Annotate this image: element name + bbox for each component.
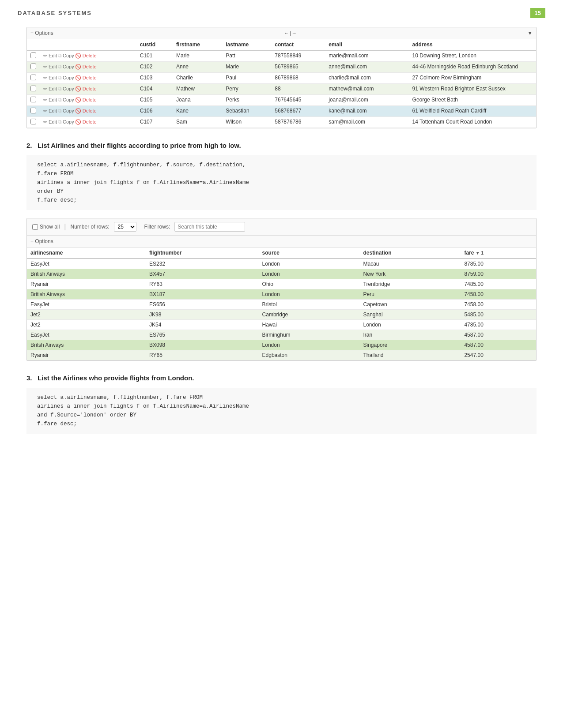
cell-airlinesname: Ryanair [27,279,146,289]
cell-firstname: Marie [173,50,222,62]
cell-fare: 4587.00 [461,330,536,340]
cell-fare: 2547.00 [461,350,536,360]
cell-address: 91 Western Road Brighton East Sussex [409,84,536,95]
airlines-table-row: British Airways BX187 London Peru 7458.0… [27,289,536,300]
show-all-checkbox[interactable] [32,224,38,230]
cell-firstname: Mathew [173,84,222,95]
row-checkbox[interactable] [30,97,36,102]
customer-table-row: ✏ Edit ⧉Copy 🚫 Delete C107 Sam Wilson 58… [27,117,536,128]
customer-table-row: ✏ Edit ⧉Copy 🚫 Delete C104 Mathew Perry … [27,84,536,95]
search-input[interactable] [174,222,245,232]
airlines-table-row: Ryanair RY63 Ohio Trentbridge 7485.00 [27,279,536,289]
row-actions-cell: ✏ Edit ⧉Copy 🚫 Delete [40,50,136,62]
cell-source: Edgbaston [259,350,360,360]
cell-source: London [259,340,360,350]
airlines-table-toolbar: + Options [27,236,536,248]
cell-flightnumber: RY63 [146,279,259,289]
airlines-table-header: airlinesname flightnumber source destina… [27,248,536,259]
customer-table-row: ✏ Edit ⧉Copy 🚫 Delete C103 Charlie Paul … [27,73,536,84]
cell-destination: Thailand [360,350,461,360]
delete-button[interactable]: 🚫 Delete [75,97,97,103]
copy-button[interactable]: Copy [63,119,74,124]
airlines-table-row: EasyJet ES765 Birminghum Iran 4587.00 [27,330,536,340]
row-actions-cell: ✏ Edit ⧉Copy 🚫 Delete [40,62,136,73]
cell-contact: 86789868 [271,73,325,84]
row-checkbox[interactable] [30,53,36,58]
delete-button[interactable]: 🚫 Delete [75,64,97,70]
row-checkbox[interactable] [30,75,36,80]
arrow-right-icon[interactable]: → [292,30,297,36]
airlines-table-row: EasyJet ES232 London Macau 8785.00 [27,259,536,269]
col-email: email [325,39,408,50]
edit-button[interactable]: ✏ Edit [43,108,57,114]
cell-custid: C104 [136,84,173,95]
cell-destination: Iran [360,330,461,340]
col-firstname: firstname [173,39,222,50]
row-checkbox[interactable] [30,108,36,113]
row-checkbox[interactable] [30,64,36,69]
show-all-label: Show all [40,224,60,230]
cell-custid: C101 [136,50,173,62]
nav-arrows: ← | → [284,30,297,36]
cell-flightnumber: JK54 [146,320,259,330]
cell-destination: Trentbridge [360,279,461,289]
cell-fare: 5485.00 [461,310,536,320]
delete-button[interactable]: 🚫 Delete [75,75,97,81]
col-contact: contact [271,39,325,50]
cell-firstname: Charlie [173,73,222,84]
options-link[interactable]: + Options [30,30,53,36]
rows-per-page-select[interactable]: 25 50 100 [114,222,136,232]
cell-email: charlie@mail.com [325,73,408,84]
cell-contact: 56789865 [271,62,325,73]
cell-destination: New York [360,269,461,279]
delete-button[interactable]: 🚫 Delete [75,108,97,114]
cell-firstname: Anne [173,62,222,73]
cell-address: 61 Wellfield Road Roath Cardiff [409,106,536,117]
cell-fare: 8785.00 [461,259,536,269]
copy-button[interactable]: Copy [63,97,74,102]
filter-rows-label: Filter rows: [144,224,170,230]
edit-button[interactable]: ✏ Edit [43,64,57,70]
cell-contact: 767645645 [271,95,325,106]
airlines-options-link[interactable]: + Options [30,238,53,244]
cell-custid: C103 [136,73,173,84]
edit-button[interactable]: ✏ Edit [43,86,57,92]
delete-button[interactable]: 🚫 Delete [75,86,97,92]
copy-button[interactable]: Copy [63,75,74,80]
cell-airlinesname: Jet2 [27,310,146,320]
delete-button[interactable]: 🚫 Delete [75,119,97,125]
arrow-left-icon[interactable]: ← [284,30,289,36]
section2-heading-text: List Airlines and their flights accordin… [38,142,241,149]
row-checkbox-cell [27,73,40,84]
cell-firstname: Kane [173,106,222,117]
copy-button[interactable]: Copy [63,86,74,91]
cell-firstname: Sam [173,117,222,128]
cell-destination: Macau [360,259,461,269]
row-checkbox[interactable] [30,119,36,124]
edit-button[interactable]: ✏ Edit [43,75,57,81]
edit-button[interactable]: ✏ Edit [43,119,57,125]
cell-email: joana@mail.com [325,95,408,106]
copy-button[interactable]: Copy [63,108,74,113]
airlines-table-row: Jet2 JK54 Hawai London 4785.00 [27,320,536,330]
cell-contact: 568768677 [271,106,325,117]
cell-destination: Singapore [360,340,461,350]
copy-button[interactable]: Copy [63,64,74,69]
edit-button[interactable]: ✏ Edit [43,53,57,59]
cell-airlinesname: Ryanair [27,350,146,360]
delete-button[interactable]: 🚫 Delete [75,53,97,59]
cell-source: Ohio [259,279,360,289]
customer-table-inner: custid firstname lastname contact email … [27,39,536,128]
cell-source: Birminghum [259,330,360,340]
section3-number: 3. [26,374,32,382]
cell-fare: 7485.00 [461,279,536,289]
edit-button[interactable]: ✏ Edit [43,97,57,103]
sort-icon[interactable]: ▼ [527,30,533,36]
row-checkbox[interactable] [30,86,36,91]
cell-lastname: Perks [222,95,271,106]
fare-sort-icon: ▼ 1 [476,251,484,255]
cell-address: George Street Bath [409,95,536,106]
copy-button[interactable]: Copy [63,53,74,58]
customer-table-row: ✏ Edit ⧉Copy 🚫 Delete C106 Kane Sebastia… [27,106,536,117]
col-fare[interactable]: fare ▼ 1 [461,248,536,259]
